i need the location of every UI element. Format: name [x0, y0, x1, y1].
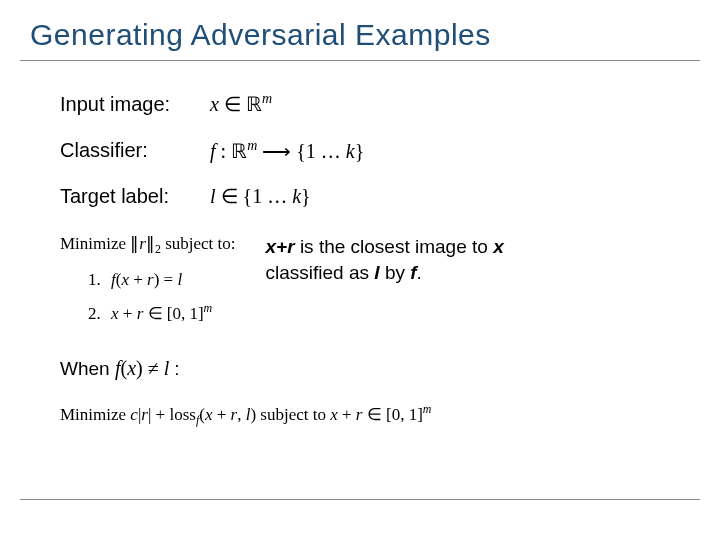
when-row: When f(x) ≠ l :	[60, 357, 670, 380]
slide-title: Generating Adversarial Examples	[30, 18, 700, 52]
target-label: Target label:	[60, 185, 210, 208]
target-math: l ∈ {1 … k}	[210, 184, 311, 208]
constraint-2: 2. x + r ∈ [0, 1]m	[60, 299, 236, 327]
explain-xr: x+r	[266, 236, 295, 257]
classifier-label: Classifier:	[60, 139, 210, 162]
slide: Generating Adversarial Examples Input im…	[0, 0, 720, 540]
input-label: Input image:	[60, 93, 210, 116]
bottom-rule	[20, 499, 700, 500]
constraint-1: 1. f(x + r) = l	[60, 266, 236, 293]
final-optimization: Minimize c|r| + lossf(x + r, l) subject …	[60, 402, 670, 428]
when-math: f(x) ≠ l	[115, 357, 174, 379]
classifier-math: f : ℝm ⟶ {1 … k}	[210, 138, 364, 163]
row-input: Input image: x ∈ ℝm	[60, 91, 670, 116]
row-target: Target label: l ∈ {1 … k}	[60, 184, 670, 208]
optimization-left: Minimize ‖r‖2 subject to: 1. f(x + r) = …	[60, 230, 236, 326]
minimize-line: Minimize ‖r‖2 subject to:	[60, 230, 236, 259]
row-classifier: Classifier: f : ℝm ⟶ {1 … k}	[60, 138, 670, 163]
slide-body: Input image: x ∈ ℝm Classifier: f : ℝm ⟶…	[0, 61, 720, 428]
when-label: When	[60, 358, 115, 379]
explanation-text: x+r is the closest image to x classified…	[266, 234, 566, 285]
optimization-block: Minimize ‖r‖2 subject to: 1. f(x + r) = …	[60, 230, 670, 326]
title-bar: Generating Adversarial Examples	[20, 0, 700, 61]
input-math: x ∈ ℝm	[210, 91, 272, 116]
explain-x: x	[493, 236, 504, 257]
